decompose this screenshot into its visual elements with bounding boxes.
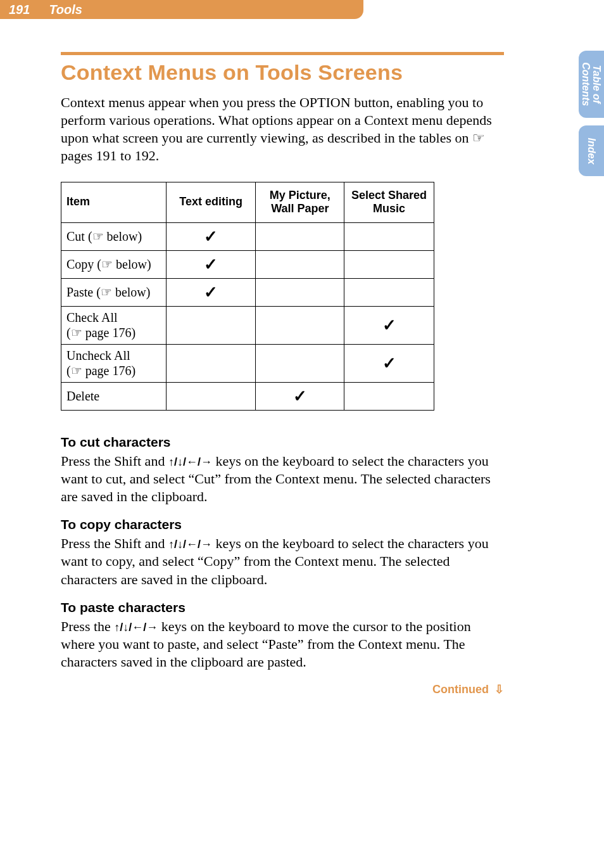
th-text-editing: Text editing (166, 182, 256, 222)
mark-cell (256, 306, 344, 344)
mark-cell: ✓ (166, 278, 256, 306)
tab-toc-label: Table ofContents (581, 62, 602, 106)
item-ref: ☞ below) (101, 257, 151, 271)
item-cell: Delete (61, 382, 167, 410)
item-cell: Uncheck All(☞ page 176) (61, 344, 167, 382)
table-row: Uncheck All(☞ page 176)✓ (61, 344, 434, 382)
item-main: Uncheck All (66, 348, 130, 362)
section-body: Press the ↑/↓/←/→ keys on the keyboard t… (61, 618, 504, 671)
header-section: Tools (49, 3, 82, 17)
tab-index-label: Index (586, 137, 597, 164)
context-menu-table: Item Text editing My Picture, Wall Paper… (61, 182, 434, 411)
th-my-picture: My Picture, Wall Paper (256, 182, 344, 222)
title-rule (61, 52, 504, 55)
mark-cell (256, 344, 344, 382)
mark-cell (344, 382, 434, 410)
mark-cell (166, 306, 256, 344)
mark-cell (344, 222, 434, 250)
mark-cell (256, 250, 344, 278)
page-title: Context Menus on Tools Screens (61, 60, 504, 85)
section-body: Press the Shift and ↑/↓/←/→ keys on the … (61, 452, 504, 506)
item-ref: (☞ page 176) (66, 364, 135, 378)
item-cell: Paste (☞ below) (61, 278, 167, 306)
item-ref: (☞ page 176) (66, 326, 135, 340)
table-row: Copy (☞ below)✓ (61, 250, 434, 278)
mark-cell: ✓ (256, 382, 344, 410)
page: 191 Tools Table ofContents Index Context… (0, 0, 604, 868)
mark-cell: ✓ (166, 250, 256, 278)
item-main: Delete (66, 389, 99, 403)
th-item: Item (61, 182, 167, 222)
arrow-keys-icon: ↑/↓/←/→ (168, 456, 212, 468)
item-ref: ☞ below) (101, 285, 151, 299)
table-row: Cut (☞ below)✓ (61, 222, 434, 250)
item-ref: ☞ below) (92, 229, 142, 243)
th-select-shared-music: Select Shared Music (344, 182, 434, 222)
intro-paragraph: Context menus appear when you press the … (61, 94, 504, 165)
tab-table-of-contents[interactable]: Table ofContents (579, 51, 604, 118)
item-cell: Check All(☞ page 176) (61, 306, 167, 344)
body-pre: Press the Shift and (61, 535, 168, 551)
mark-cell (344, 278, 434, 306)
item-main: Cut ( (66, 229, 92, 243)
mark-cell (166, 344, 256, 382)
continued-indicator: Continued ⇩ (61, 682, 504, 696)
mark-cell: ✓ (344, 344, 434, 382)
mark-cell (344, 250, 434, 278)
sections: To cut charactersPress the Shift and ↑/↓… (61, 435, 504, 671)
header-bar: 191 Tools (0, 0, 363, 19)
arrow-keys-icon: ↑/↓/←/→ (114, 621, 158, 634)
section-body: Press the Shift and ↑/↓/←/→ keys on the … (61, 535, 504, 588)
item-cell: Copy (☞ below) (61, 250, 167, 278)
mark-cell (256, 278, 344, 306)
table-row: Delete✓ (61, 382, 434, 410)
item-main: Paste ( (66, 285, 101, 299)
arrow-keys-icon: ↑/↓/←/→ (168, 538, 212, 551)
mark-cell (166, 382, 256, 410)
mark-cell: ✓ (166, 222, 256, 250)
item-main: Copy ( (66, 257, 101, 271)
page-number: 191 (9, 3, 30, 17)
mark-cell: ✓ (344, 306, 434, 344)
table-row: Paste (☞ below)✓ (61, 278, 434, 306)
item-cell: Cut (☞ below) (61, 222, 167, 250)
arrow-down-icon: ⇩ (494, 682, 504, 696)
mark-cell (256, 222, 344, 250)
section-heading: To copy characters (61, 517, 504, 532)
section-heading: To paste characters (61, 600, 504, 615)
body-pre: Press the (61, 618, 114, 634)
table-header-row: Item Text editing My Picture, Wall Paper… (61, 182, 434, 222)
table-row: Check All(☞ page 176)✓ (61, 306, 434, 344)
section-heading: To cut characters (61, 435, 504, 450)
continued-text: Continued (432, 683, 489, 696)
table-body: Cut (☞ below)✓Copy (☞ below)✓Paste (☞ be… (61, 222, 434, 410)
tab-index[interactable]: Index (579, 125, 604, 176)
body-pre: Press the Shift and (61, 453, 168, 469)
item-main: Check All (66, 310, 118, 324)
content-area: Context Menus on Tools Screens Context m… (61, 52, 504, 696)
